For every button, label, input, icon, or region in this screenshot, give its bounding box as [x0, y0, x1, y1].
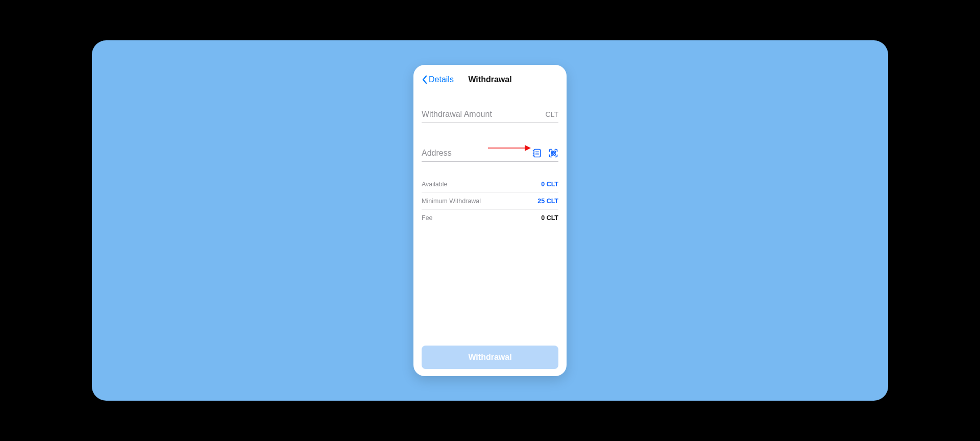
nav-bar: Details Withdrawal: [422, 72, 558, 87]
back-label: Details: [429, 75, 454, 84]
address-icons: [532, 148, 558, 158]
svg-rect-6: [551, 151, 553, 153]
svg-rect-9: [554, 154, 555, 155]
background-card: Details Withdrawal CLT: [92, 40, 888, 401]
available-value: 0 CLT: [541, 181, 558, 188]
fee-value: 0 CLT: [541, 214, 558, 222]
minimum-label: Minimum Withdrawal: [422, 198, 481, 205]
info-row-fee: Fee 0 CLT: [422, 210, 558, 226]
fee-label: Fee: [422, 214, 433, 222]
info-row-minimum: Minimum Withdrawal 25 CLT: [422, 193, 558, 210]
svg-rect-8: [551, 154, 553, 155]
amount-input[interactable]: [422, 110, 543, 119]
address-book-icon[interactable]: [532, 148, 542, 158]
svg-rect-7: [554, 151, 555, 153]
amount-suffix: CLT: [546, 110, 558, 118]
page-title: Withdrawal: [468, 75, 511, 84]
back-button[interactable]: Details: [422, 75, 454, 84]
amount-field[interactable]: CLT: [422, 110, 558, 122]
chevron-left-icon: [422, 75, 428, 84]
address-input[interactable]: [422, 149, 532, 158]
address-field[interactable]: [422, 148, 558, 162]
qr-scan-icon[interactable]: [548, 148, 558, 158]
svg-rect-0: [534, 150, 541, 157]
available-label: Available: [422, 181, 448, 188]
minimum-value: 25 CLT: [537, 198, 558, 205]
phone-frame: Details Withdrawal CLT: [413, 65, 567, 376]
info-list: Available 0 CLT Minimum Withdrawal 25 CL…: [422, 176, 558, 226]
info-row-available: Available 0 CLT: [422, 176, 558, 193]
withdrawal-button[interactable]: Withdrawal: [422, 346, 558, 369]
